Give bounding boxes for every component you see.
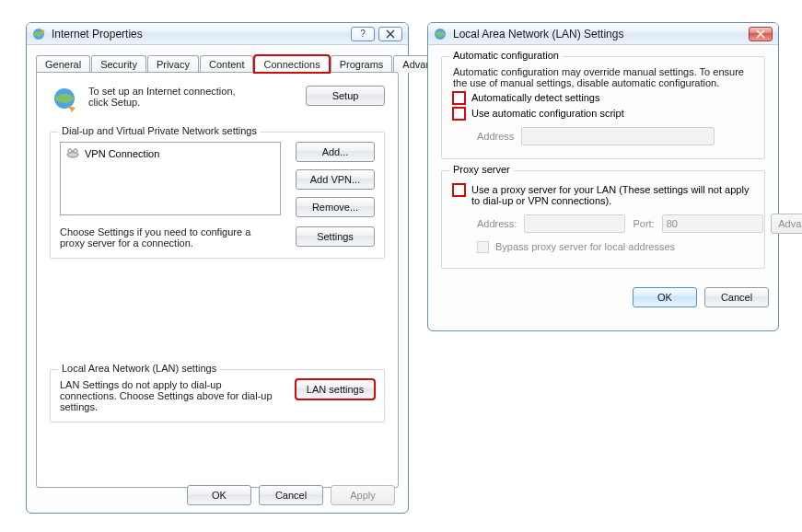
window-title: Local Area Network (LAN) Settings <box>453 28 745 40</box>
tab-connections[interactable]: Connections <box>254 55 329 73</box>
ok-button[interactable]: OK <box>633 287 697 307</box>
ok-button[interactable]: OK <box>187 485 251 505</box>
client-area: General Security Privacy Content Connect… <box>27 45 408 497</box>
lan-settings-button[interactable]: LAN settings <box>296 379 375 399</box>
internet-properties-window: Internet Properties ? General Security P… <box>26 22 409 514</box>
tab-panel-connections: To set up an Internet connection, click … <box>36 72 399 488</box>
globe-connect-icon <box>50 86 79 115</box>
proxy-advanced-button: Advanced <box>771 214 802 234</box>
auto-legend: Automatic configuration <box>449 50 563 61</box>
client-area: Automatic configuration Automatic config… <box>428 45 778 283</box>
auto-script-address-input <box>521 127 715 145</box>
auto-script-checkbox[interactable] <box>453 108 465 120</box>
titlebar[interactable]: Internet Properties ? <box>27 23 408 45</box>
internet-options-icon <box>434 27 448 41</box>
tab-security[interactable]: Security <box>91 55 146 73</box>
proxy-address-label: Address: <box>477 218 517 229</box>
close-button[interactable] <box>378 27 402 41</box>
lan-group: Local Area Network (LAN) settings LAN Se… <box>50 369 385 422</box>
remove-button[interactable]: Remove... <box>296 197 375 217</box>
vpn-icon <box>66 147 79 160</box>
cancel-button[interactable]: Cancel <box>704 287 769 307</box>
close-button[interactable] <box>749 27 773 41</box>
apply-button[interactable]: Apply <box>331 485 395 505</box>
settings-help: Choose Settings if you need to configure… <box>60 226 272 249</box>
tab-programs[interactable]: Programs <box>331 55 393 73</box>
proxy-port-label: Port: <box>633 218 654 229</box>
connections-listbox[interactable]: VPN Connection <box>60 142 281 215</box>
dialup-group: Dial-up and Virtual Private Network sett… <box>50 132 385 259</box>
auto-desc: Automatic configuration may override man… <box>453 66 753 88</box>
use-proxy-label: Use a proxy server for your LAN (These s… <box>471 184 753 206</box>
cancel-button[interactable]: Cancel <box>259 485 323 505</box>
internet-options-icon <box>32 27 47 41</box>
svg-point-3 <box>68 149 72 153</box>
use-proxy-checkbox[interactable] <box>453 184 465 196</box>
svg-point-4 <box>74 149 77 153</box>
help-button[interactable]: ? <box>351 27 375 41</box>
auto-detect-checkbox[interactable] <box>453 92 465 104</box>
tab-general[interactable]: General <box>36 55 90 73</box>
lan-legend: Local Area Network (LAN) settings <box>58 363 220 374</box>
vpn-item-label: VPN Connection <box>85 148 159 159</box>
proxy-legend: Proxy server <box>449 164 514 175</box>
proxy-address-input <box>524 214 625 233</box>
dialup-legend: Dial-up and Virtual Private Network sett… <box>58 125 261 136</box>
setup-button[interactable]: Setup <box>306 86 385 106</box>
tab-content[interactable]: Content <box>200 55 254 73</box>
add-button[interactable]: Add... <box>296 142 375 162</box>
lan-help: LAN Settings do not apply to dial-up con… <box>60 379 281 412</box>
bypass-label: Bypass proxy server for local addresses <box>495 241 675 252</box>
bypass-checkbox <box>477 241 489 253</box>
tab-privacy[interactable]: Privacy <box>147 55 199 73</box>
lan-settings-window: Local Area Network (LAN) Settings Automa… <box>427 22 779 331</box>
proxy-port-input: 80 <box>662 214 763 233</box>
dialup-settings-button[interactable]: Settings <box>296 226 375 247</box>
window-title: Internet Properties <box>52 28 347 40</box>
add-vpn-button[interactable]: Add VPN... <box>296 169 375 190</box>
intro-text: To set up an Internet connection, click … <box>88 86 245 108</box>
auto-script-label: Use automatic configuration script <box>471 108 624 119</box>
titlebar[interactable]: Local Area Network (LAN) Settings <box>428 23 778 45</box>
automatic-config-group: Automatic configuration Automatic config… <box>441 56 765 159</box>
address-label: Address <box>477 131 514 142</box>
tabstrip: General Security Privacy Content Connect… <box>36 54 399 72</box>
list-item[interactable]: VPN Connection <box>66 146 274 161</box>
proxy-group: Proxy server Use a proxy server for your… <box>441 170 765 269</box>
auto-detect-label: Automatically detect settings <box>471 92 599 103</box>
